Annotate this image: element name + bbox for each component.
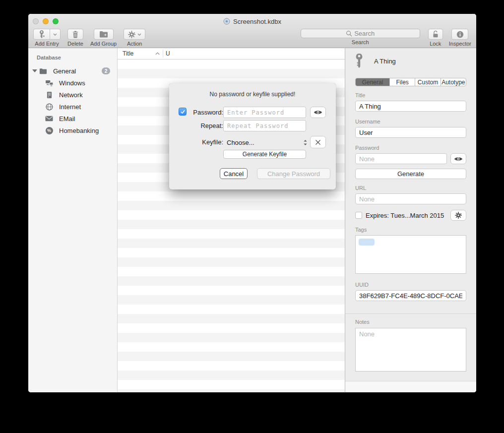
tab-general[interactable]: General (356, 78, 389, 86)
enter-password-input[interactable] (223, 107, 306, 118)
reveal-password-button[interactable] (450, 153, 466, 164)
eye-icon (454, 156, 463, 162)
unlock-icon (432, 30, 439, 38)
tab-custom[interactable]: Custom (415, 78, 440, 86)
server-icon (45, 91, 54, 99)
chevron-down-icon (137, 33, 141, 36)
sidebar-item-label: Homebanking (59, 127, 99, 134)
repeat-label: Repeat: (188, 122, 223, 129)
inspector-item: Inspector (449, 29, 471, 47)
search-label: Search (352, 39, 369, 45)
search-input[interactable]: Search (301, 29, 420, 38)
repeat-password-input[interactable] (223, 120, 306, 131)
uuid-field-label: UUID (355, 282, 466, 288)
sidebar-item-label: Windows (59, 79, 85, 87)
document-icon (223, 18, 230, 25)
close-button[interactable] (33, 18, 39, 24)
keyfile-popup[interactable]: Choose... (223, 136, 309, 148)
add-entry-label: Add Entry (35, 41, 59, 47)
uuid-field[interactable] (355, 290, 466, 301)
trash-icon (72, 31, 79, 38)
key-plus-icon (39, 30, 45, 39)
clear-keyfile-button[interactable] (310, 136, 326, 148)
notes-field-label: Notes (355, 319, 466, 325)
lock-label: Lock (430, 41, 441, 47)
sheet-message: No password or keyfile supplied! (169, 91, 336, 98)
url-field-label: URL (355, 185, 466, 191)
chevron-down-icon (53, 33, 57, 36)
url-field[interactable] (355, 193, 466, 204)
close-x-icon (315, 139, 321, 145)
key-icon (355, 54, 363, 69)
minimize-button[interactable] (43, 18, 49, 24)
expires-settings-button[interactable] (450, 210, 466, 221)
change-password-sheet: No password or keyfile supplied! Passwor… (169, 83, 336, 189)
sidebar-item-general[interactable]: General 2 (28, 65, 117, 77)
sidebar-item-homebanking[interactable]: % Homebanking (28, 124, 117, 136)
keyfile-popup-value: Choose... (227, 139, 254, 146)
workgroup-icon (45, 79, 54, 87)
eye-icon (314, 110, 322, 115)
tags-input[interactable] (355, 235, 466, 274)
toolbar: Add Entry Delete Add Group (28, 29, 476, 48)
sidebar-item-internet[interactable]: Internet (28, 101, 117, 113)
disclosure-triangle-icon[interactable] (32, 69, 38, 72)
delete-button[interactable] (67, 29, 83, 40)
gear-icon (455, 212, 462, 219)
title-field[interactable] (355, 101, 466, 112)
tab-files[interactable]: Files (389, 78, 415, 86)
sidebar-item-network[interactable]: Network (28, 89, 117, 101)
inspector-label: Inspector (449, 41, 471, 47)
sidebar-item-label: General (53, 67, 76, 75)
window-title: Screenshot.kdbx (233, 18, 281, 25)
expires-checkbox[interactable] (355, 212, 362, 219)
window-title-wrap: Screenshot.kdbx (223, 18, 281, 25)
reveal-password-button[interactable] (310, 107, 326, 118)
password-enabled-checkbox[interactable] (179, 108, 187, 116)
gear-icon (128, 31, 135, 38)
expires-row: Expires: Tues...March 2015 (355, 210, 466, 221)
window-header: Screenshot.kdbx Add Entr (28, 14, 476, 48)
titlebar[interactable]: Screenshot.kdbx (28, 14, 476, 29)
sidebar-item-label: EMail (59, 115, 75, 123)
tags-field-label: Tags (355, 227, 466, 233)
delete-label: Delete (67, 41, 83, 47)
action-label: Action (127, 41, 142, 47)
percent-icon: % (45, 126, 54, 134)
inspector-toggle-button[interactable] (451, 29, 468, 40)
entry-list-header: Title U (118, 48, 345, 60)
traffic-lights (33, 18, 59, 24)
inspector-tabs: General Files Custom Autotype (355, 78, 466, 86)
change-password-button[interactable]: Change Password (257, 168, 330, 179)
app-window: Screenshot.kdbx Add Entr (28, 14, 476, 392)
lock-button[interactable] (428, 29, 443, 40)
add-group-label: Add Group (90, 41, 117, 47)
action-button[interactable] (124, 29, 145, 40)
add-entry-button[interactable] (33, 29, 50, 40)
globe-icon (45, 103, 54, 111)
lock-item: Lock (428, 29, 443, 47)
username-field[interactable] (355, 127, 466, 138)
content-area: Database General 2 Windows (28, 48, 476, 392)
cancel-button[interactable]: Cancel (220, 168, 248, 179)
add-group-button[interactable] (94, 29, 114, 40)
sidebar-item-email[interactable]: EMail (28, 113, 117, 124)
tab-autotype[interactable]: Autotype (441, 78, 466, 86)
toolbar-right: Search Search Lock (301, 29, 471, 47)
expires-label: Expires: Tues...March 2015 (366, 212, 444, 219)
sidebar-section-header: Database (28, 48, 117, 61)
password-field-label: Password (355, 145, 466, 151)
folder-icon (39, 67, 48, 75)
column-header-username[interactable]: U (163, 50, 170, 57)
password-field[interactable] (355, 153, 447, 164)
notes-field[interactable] (355, 328, 466, 371)
generate-password-button[interactable]: Generate (355, 169, 466, 179)
add-entry-dropdown-button[interactable] (50, 29, 61, 40)
sidebar-item-label: Network (59, 91, 83, 99)
zoom-button[interactable] (53, 18, 59, 24)
tag-token[interactable] (359, 239, 375, 246)
generate-keyfile-button[interactable]: Generate Keyfile (223, 150, 306, 159)
column-header-title[interactable]: Title (118, 50, 155, 57)
sidebar-item-windows[interactable]: Windows (28, 77, 117, 89)
inspector-footer (345, 381, 476, 392)
